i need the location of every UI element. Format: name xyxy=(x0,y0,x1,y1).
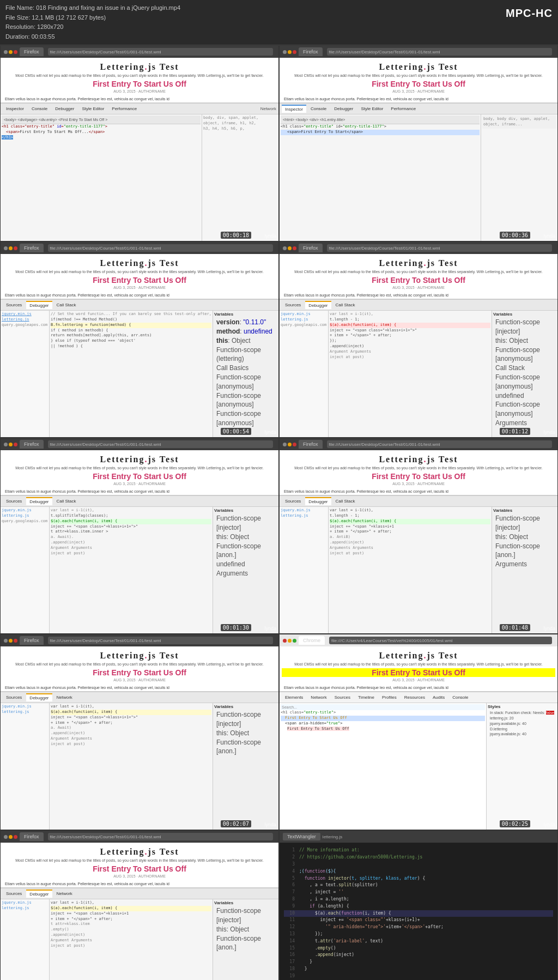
var-6b: this: Object xyxy=(493,533,556,542)
code-4h: Argument Arguments xyxy=(330,349,490,355)
devtools-tab-sources-9[interactable]: Sources xyxy=(3,890,25,897)
source-9b: lettering.js xyxy=(2,906,48,911)
page-headline-8: First Entry To Start Us Off xyxy=(282,668,555,677)
browser-chrome-7: Firefox file:///Users/user/Desktop/Cours… xyxy=(1,634,278,646)
vars-title-7: Variables xyxy=(214,704,277,709)
devtools-tab-perf-1[interactable]: Performance xyxy=(108,105,140,112)
devtools-tab-callstack-9[interactable]: Network xyxy=(53,890,76,897)
devtools-2: Inspector Console Debugger Style Editor … xyxy=(280,102,557,241)
code-line-3g: || !method ) { xyxy=(51,344,211,349)
page-title-2: Lettering.js Test xyxy=(282,62,555,72)
browser-tab-5: Firefox xyxy=(20,440,44,449)
css-rules-1: body, div, span, applet, xyxy=(203,116,277,121)
browser-tab-2: Firefox xyxy=(299,47,323,56)
code-6d: inject += "<span "+klass+i+1 xyxy=(330,524,490,530)
var-4c: Function-scope [anonymous] xyxy=(493,346,556,364)
browser-url-9: file:///Users/user/Desktop/Course/Test/0… xyxy=(48,833,273,840)
devtools-tab-debugger-9[interactable]: Debugger xyxy=(26,890,52,898)
devtools-right-1: body, div, span, applet, object, iframe,… xyxy=(202,114,278,241)
thumbnail-2[interactable]: Firefox file:///Users/user/Desktop/Cours… xyxy=(279,45,558,241)
devtools-tab-sources-8[interactable]: Sources xyxy=(331,694,354,701)
thumbnail-8[interactable]: Chrome file:///C:/User/v4/LearCourse/Tes… xyxy=(279,634,558,830)
code-4b: t.length - 1; xyxy=(330,317,490,323)
devtools-tab-debugger-3[interactable]: Debugger xyxy=(26,301,52,309)
timestamp-4: 00:01:12 xyxy=(500,428,530,435)
browser-tab-3: Firefox xyxy=(20,244,44,252)
thumbnail-5[interactable]: Firefox file:///Users/user/Desktop/Cours… xyxy=(0,438,279,634)
devtools-tab-callstack-5[interactable]: Call Stack xyxy=(53,498,80,505)
lynda-logo-5: lynda xyxy=(264,626,276,631)
devtools-tab-console-3[interactable]: Call Stack xyxy=(53,301,80,308)
page-title-1: Lettering.js Test xyxy=(3,62,276,72)
vars-title-3: Variables xyxy=(214,312,277,317)
thumbnail-4[interactable]: Firefox file:///Users/user/Desktop/Cours… xyxy=(279,241,558,438)
devtools-tab-console-8[interactable]: Console xyxy=(449,694,471,701)
source-5c: query.googleapis.com xyxy=(2,519,48,524)
browser-tab-4: Firefox xyxy=(299,244,323,252)
thumbnail-9[interactable]: Firefox file:///Users/user/Desktop/Cours… xyxy=(0,830,279,980)
page-content-3: Lettering.js Test Most CMSs will not let… xyxy=(1,254,278,437)
devtools-tab-network-8[interactable]: Network xyxy=(307,694,330,701)
devtools-tab-style-2[interactable]: Style Editor xyxy=(357,105,386,112)
browser-url-2: file:///Users/user/Desktop/Course/Test/0… xyxy=(327,48,552,56)
var-5a: Function-scope [injector] xyxy=(214,514,277,533)
sources-list-4: jquery.min.js lettering.js query.googlea… xyxy=(280,311,329,437)
page-header-4: Lettering.js Test Most CMSs will not let… xyxy=(280,254,557,292)
devtools-tab-debugger-4[interactable]: Debugger xyxy=(305,301,331,309)
page-body-3: Etiam vellus lacus in augue rhoncus port… xyxy=(1,292,278,299)
devtools-tab-perf-2[interactable]: Performance xyxy=(387,105,419,112)
devtools-tab-debugger-7[interactable]: Debugger xyxy=(26,693,52,701)
editor-chrome-10: TextWrangler lettering.js xyxy=(280,831,557,843)
devtools-tab-sources-6[interactable]: Sources xyxy=(282,498,304,505)
devtools-5: Sources Debugger Call Stack jquery.min.j… xyxy=(1,495,278,633)
devtools-tab-console-2[interactable]: Console xyxy=(307,105,330,112)
code-5e: t attr=klass.item.inner > xyxy=(51,529,211,535)
devtools-tab-debugger-2[interactable]: Debugger xyxy=(331,105,356,112)
styles-title-8: Styles xyxy=(488,704,556,709)
var-5d: undefined xyxy=(214,560,277,569)
code-7b: $(a).each(function(i, item) { xyxy=(51,710,211,715)
var-6d: Arguments xyxy=(493,560,556,569)
devtools-tab-audits-8[interactable]: Audits xyxy=(429,694,448,701)
devtools-tab-sources-4[interactable]: Sources xyxy=(282,301,304,308)
devtools-tab-debugger-6[interactable]: Debugger xyxy=(305,497,331,505)
var-5b: this: Object xyxy=(214,533,277,542)
timestamp-5: 00:01:30 xyxy=(221,624,251,631)
devtools-content-4: jquery.min.js lettering.js query.googlea… xyxy=(280,311,557,437)
devtools-tab-debugger-5[interactable]: Debugger xyxy=(26,497,52,505)
devtools-tab-sources-7[interactable]: Sources xyxy=(3,694,25,701)
page-subtitle-9: Most CMSs will not let you add markup to… xyxy=(3,858,276,863)
devtools-tab-timeline-8[interactable]: Timeline xyxy=(355,694,378,701)
browser-chrome-3: Firefox file:///Users/user/Desktop/Cours… xyxy=(1,242,278,254)
devtools-toolbar-5: Sources Debugger Call Stack xyxy=(1,496,278,507)
thumbnail-7[interactable]: Firefox file:///Users/user/Desktop/Cours… xyxy=(0,634,279,830)
devtools-tab-console-1[interactable]: Console xyxy=(28,105,51,112)
thumbnail-10[interactable]: TextWrangler lettering.js 1// More infor… xyxy=(279,830,558,980)
source-6a: jquery.min.js xyxy=(281,508,327,513)
browser-url-3: file:///Users/user/Desktop/Course/Test/0… xyxy=(48,244,273,252)
thumbnail-3[interactable]: Firefox file:///Users/user/Desktop/Cours… xyxy=(0,241,279,438)
page-subtitle-3: Most CMSs will not let you add markup to… xyxy=(3,269,276,275)
devtools-tab-callstack-6[interactable]: Call Stack xyxy=(332,498,359,505)
code-6i: inject at post) xyxy=(330,551,490,556)
devtools-tab-callstack-7[interactable]: Network xyxy=(53,694,76,701)
devtools-tab-sources-5[interactable]: Sources xyxy=(3,498,25,505)
page-subtitle-6: Most CMSs will not let you add markup to… xyxy=(282,465,555,471)
var-4b: this: Object xyxy=(493,336,556,346)
code-7g: Argument Arguments xyxy=(51,736,211,742)
devtools-tab-debugger-1[interactable]: Debugger xyxy=(52,105,77,112)
browser-chrome-4: Firefox file:///Users/user/Desktop/Cours… xyxy=(280,242,557,254)
thumbnail-6[interactable]: Firefox file:///Users/user/Desktop/Cours… xyxy=(279,438,558,634)
devtools-tab-inspector-3a[interactable]: Sources xyxy=(3,301,25,308)
devtools-tab-resources-8[interactable]: Resources xyxy=(401,694,428,701)
devtools-1: Inspector Console Debugger Style Editor … xyxy=(1,102,278,241)
devtools-tab-profiles-8[interactable]: Profiles xyxy=(379,694,400,701)
devtools-tab-callstack-4[interactable]: Call Stack xyxy=(332,301,359,308)
code-4f: }); xyxy=(330,338,490,344)
devtools-toolbar-9: Sources Debugger Network xyxy=(1,888,278,899)
devtools-tab-inspector-1[interactable]: Inspector xyxy=(3,105,27,112)
thumbnail-1[interactable]: Firefox file:///Users/user/Desktop/Cours… xyxy=(0,45,279,241)
devtools-tab-inspector-2[interactable]: Inspector xyxy=(282,105,306,113)
devtools-tab-elements-8[interactable]: Elements xyxy=(282,694,306,701)
devtools-tab-style-1[interactable]: Style Editor xyxy=(78,105,107,112)
